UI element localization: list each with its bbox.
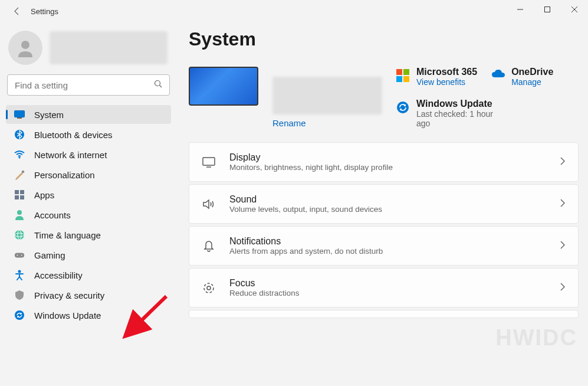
nav-label: Accessibility <box>34 270 83 280</box>
card-sub: Last checked: 1 hour ago <box>416 109 502 128</box>
card-title: Windows Update <box>416 99 502 109</box>
nav-label: Network & internet <box>34 150 107 160</box>
search-box[interactable] <box>7 74 170 96</box>
paint-icon <box>14 169 25 180</box>
nav-label: Time & language <box>34 230 101 240</box>
svg-point-32 <box>204 283 213 293</box>
user-info-redacted <box>50 31 167 64</box>
setting-desc: Monitors, brightness, night light, displ… <box>229 163 546 172</box>
svg-point-24 <box>15 310 24 320</box>
svg-rect-7 <box>15 111 25 117</box>
svg-line-6 <box>160 86 162 88</box>
bell-icon <box>202 240 215 253</box>
svg-point-5 <box>155 81 160 86</box>
setting-title: Notifications <box>229 236 546 247</box>
svg-rect-8 <box>17 117 22 119</box>
sync-icon <box>396 101 409 114</box>
avatar <box>8 31 42 65</box>
display-icon <box>202 156 215 169</box>
svg-rect-27 <box>396 76 402 82</box>
globe-icon <box>14 230 25 240</box>
card-title: OneDrive <box>511 67 553 77</box>
nav-label: Gaming <box>34 250 65 260</box>
svg-point-21 <box>17 255 18 256</box>
nav-item-accessibility[interactable]: Accessibility <box>6 266 171 284</box>
user-section[interactable] <box>4 26 173 70</box>
monitor-icon <box>14 109 25 120</box>
setting-partial[interactable] <box>189 310 579 318</box>
chevron-right-icon <box>560 283 565 293</box>
nav-item-network[interactable]: Network & internet <box>6 145 171 164</box>
chevron-right-icon <box>560 157 565 168</box>
gamepad-icon <box>14 250 25 260</box>
window-title: Settings <box>31 7 58 16</box>
nav-item-privacy[interactable]: Privacy & security <box>6 286 171 305</box>
svg-rect-13 <box>20 190 24 194</box>
svg-rect-30 <box>203 158 215 165</box>
svg-point-33 <box>207 286 211 290</box>
nav-item-bluetooth[interactable]: Bluetooth & devices <box>6 125 171 144</box>
svg-rect-12 <box>15 190 19 194</box>
nav-item-gaming[interactable]: Gaming <box>6 246 171 264</box>
card-title: Microsoft 365 <box>416 67 477 77</box>
onedrive-card[interactable]: OneDrive Manage <box>491 67 568 87</box>
rename-link[interactable]: Rename <box>272 118 382 128</box>
setting-desc: Reduce distractions <box>229 289 546 297</box>
setting-title: Focus <box>229 278 546 289</box>
svg-point-4 <box>21 41 29 49</box>
nav-label: Apps <box>34 190 54 200</box>
chevron-right-icon <box>560 199 565 210</box>
person-icon <box>14 210 25 220</box>
apps-icon <box>14 189 25 200</box>
device-name-redacted <box>272 77 382 115</box>
svg-point-23 <box>18 270 21 273</box>
nav-item-accounts[interactable]: Accounts <box>6 205 171 224</box>
nav-label: Bluetooth & devices <box>34 130 113 140</box>
nav-label: Windows Update <box>34 310 101 320</box>
close-button[interactable] <box>561 0 588 19</box>
card-link[interactable]: Manage <box>511 77 553 87</box>
nav-item-system[interactable]: System <box>6 105 171 124</box>
nav-label: System <box>34 110 64 120</box>
setting-title: Display <box>229 152 546 163</box>
svg-rect-25 <box>396 69 402 75</box>
bluetooth-icon <box>14 129 25 140</box>
svg-point-17 <box>15 230 24 240</box>
nav-item-personalization[interactable]: Personalization <box>6 165 171 184</box>
update-card[interactable]: Windows Update Last checked: 1 hour ago <box>396 99 502 128</box>
svg-rect-1 <box>545 7 550 12</box>
setting-display[interactable]: Display Monitors, brightness, night ligh… <box>189 142 579 182</box>
maximize-button[interactable] <box>534 0 561 19</box>
page-title: System <box>189 28 579 50</box>
wifi-icon <box>14 149 25 160</box>
onedrive-icon <box>491 69 504 82</box>
setting-focus[interactable]: Focus Reduce distractions <box>189 268 579 308</box>
sync-icon <box>14 310 25 320</box>
m365-card[interactable]: Microsoft 365 View benefits <box>396 67 477 87</box>
focus-icon <box>202 282 215 295</box>
nav-item-apps[interactable]: Apps <box>6 185 171 204</box>
device-thumbnail[interactable] <box>189 67 258 106</box>
chevron-right-icon <box>560 241 565 251</box>
nav-list: System Bluetooth & devices Network & int… <box>4 105 173 325</box>
nav-item-update[interactable]: Windows Update <box>6 306 171 325</box>
svg-rect-14 <box>15 195 19 199</box>
shield-icon <box>14 290 25 300</box>
card-link[interactable]: View benefits <box>416 77 477 87</box>
nav-label: Privacy & security <box>34 290 104 300</box>
setting-notifications[interactable]: Notifications Alerts from apps and syste… <box>189 226 579 266</box>
minimize-button[interactable] <box>507 0 534 19</box>
setting-sound[interactable]: Sound Volume levels, output, input, soun… <box>189 184 579 224</box>
back-button[interactable] <box>6 0 28 22</box>
nav-item-time[interactable]: Time & language <box>6 225 171 244</box>
search-icon <box>154 80 162 90</box>
search-input[interactable] <box>15 80 154 90</box>
microsoft-icon <box>396 69 409 82</box>
accessibility-icon <box>14 270 25 280</box>
sound-icon <box>202 198 215 211</box>
svg-point-10 <box>19 157 21 159</box>
svg-rect-20 <box>15 253 24 257</box>
svg-rect-15 <box>20 195 24 199</box>
setting-desc: Volume levels, output, input, sound devi… <box>229 205 546 214</box>
setting-desc: Alerts from apps and system, do not dist… <box>229 247 546 256</box>
